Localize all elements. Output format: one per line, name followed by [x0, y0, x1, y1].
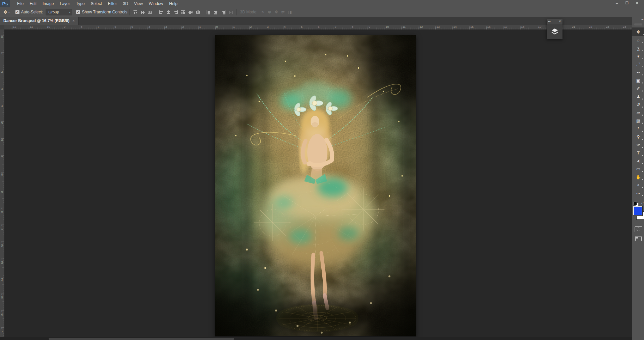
align-vertical-centers-icon[interactable] [140, 10, 146, 14]
ruler-tick [215, 26, 216, 29]
zoom-tool[interactable]: ⌕ [633, 181, 643, 189]
eraser-tool[interactable]: ▱ [633, 109, 643, 117]
menu-type[interactable]: Type [73, 0, 88, 7]
distribute-right-edges-icon[interactable] [221, 10, 226, 14]
eyedropper-tool[interactable]: ✒ [633, 68, 643, 76]
layers-panel-button[interactable] [547, 24, 562, 39]
ruler-tick [63, 26, 63, 29]
canvas-artwork [215, 35, 416, 336]
brush-tool[interactable]: ✐ [633, 84, 643, 92]
canvas-document[interactable] [215, 35, 416, 336]
hand-tool[interactable]: ✋ [633, 173, 643, 181]
align-bottom-edges-icon[interactable] [148, 10, 153, 14]
ruler-label: 2 [182, 25, 184, 28]
align-icons [132, 8, 234, 16]
ruler-tick [351, 26, 351, 29]
align-top-edges-icon[interactable] [133, 10, 138, 14]
quick-mask-button[interactable] [635, 226, 642, 232]
menu-view[interactable]: View [131, 0, 146, 7]
canvas-pasteboard[interactable] [4, 29, 632, 337]
dodge-tool[interactable]: ⚲ [633, 133, 643, 141]
distribute-bottom-edges-icon[interactable] [195, 10, 201, 14]
align-horizontal-centers-icon[interactable] [166, 10, 171, 14]
crop-tool[interactable]: ⌞⌝ [633, 60, 643, 68]
distribute-spacing-icon[interactable] [228, 10, 233, 14]
distribute-horizontal-centers-icon[interactable] [213, 10, 219, 14]
close-button[interactable]: ✕ [632, 0, 642, 6]
pen-tool[interactable]: ✑ [633, 141, 643, 149]
ruler-tick [300, 26, 300, 29]
path-selection-tool[interactable]: ➤ [633, 157, 643, 165]
auto-select-label: Auto-Select: [21, 10, 43, 14]
history-brush-tool[interactable]: ↺ [633, 100, 643, 109]
clone-stamp-tool[interactable]: ♟ [633, 92, 643, 100]
menu-3d[interactable]: 3D [120, 0, 131, 7]
close-icon[interactable]: ✕ [558, 20, 561, 23]
menu-help[interactable]: Help [166, 0, 180, 7]
menubar: Ps FileEditImageLayerTypeSelectFilter3DV… [0, 0, 644, 8]
ruler-label: 1 [233, 25, 235, 28]
auto-select-dropdown[interactable]: Group ▾ [46, 9, 72, 15]
healing-brush-tool[interactable]: ▣ [633, 76, 643, 84]
lasso-tool[interactable]: ʓ [633, 44, 643, 52]
move-tool[interactable]: ✥ [632, 27, 644, 36]
marquee-tool[interactable]: ◌ [633, 36, 643, 44]
3d-scale-icon: ◨ [288, 10, 292, 14]
menu-image[interactable]: Image [40, 0, 57, 7]
menu-layer[interactable]: Layer [57, 0, 73, 7]
3d-rotate-icon: ↻ [261, 10, 265, 14]
ruler-tick [12, 26, 12, 29]
collapse-panel-icon[interactable]: ◂◂ [641, 18, 643, 21]
document-tab[interactable]: Dancer Brun.psd @ 16.7% (RGB/8) × [0, 17, 78, 25]
type-tool[interactable]: T [633, 149, 643, 157]
distribute-left-edges-icon[interactable] [206, 10, 211, 14]
vertical-ruler[interactable]: 01234567891 01 11 21 31 41 51 61 7 [0, 29, 5, 337]
screen-mode-button[interactable] [635, 236, 642, 241]
menu-window[interactable]: Window [146, 0, 166, 7]
ruler-label: 11 [402, 25, 406, 28]
blur-tool[interactable]: ❜ [633, 125, 643, 133]
auto-select-checkbox[interactable]: ✓ [15, 10, 19, 14]
restore-button[interactable]: ❐ [622, 0, 632, 6]
distribute-vertical-centers-icon[interactable] [188, 10, 193, 14]
expand-panel-icon[interactable]: ▸▸ [548, 20, 551, 23]
tool-preset-picker[interactable]: ✥ ▾ [3, 9, 10, 15]
ruler-label: 5 [0, 122, 4, 125]
align-right-edges-icon[interactable] [173, 10, 178, 14]
foreground-color-swatch[interactable] [633, 206, 642, 215]
3d-roll-icon: ⊚ [268, 10, 271, 14]
minimize-button[interactable]: – [612, 0, 622, 6]
menu-edit[interactable]: Edit [26, 0, 40, 7]
ruler-label: 4 [149, 25, 150, 28]
auto-select-value: Group [48, 10, 59, 14]
ruler-origin-corner[interactable] [0, 25, 5, 30]
divider [12, 9, 12, 15]
ruler-label: 5 [131, 25, 133, 28]
horizontal-scrollbar[interactable] [0, 337, 632, 340]
magic-wand-tool[interactable]: ✶ [633, 52, 643, 60]
swap-colors-icon[interactable]: ⇄ [641, 201, 644, 204]
ruler-label: 24 [623, 25, 626, 28]
distribute-top-edges-icon[interactable] [180, 10, 186, 14]
panel-grip[interactable] [634, 23, 642, 25]
menu-filter[interactable]: Filter [105, 0, 120, 7]
ruler-label: 1 2 [0, 243, 4, 248]
shape-tool[interactable]: ▭ [633, 165, 643, 173]
ruler-label: 8 [81, 25, 83, 28]
ruler-label: 2 [250, 25, 252, 28]
menu-file[interactable]: File [14, 0, 26, 7]
show-transform-checkbox[interactable]: ✓ [76, 10, 80, 14]
tab-close-icon[interactable]: × [72, 19, 74, 23]
edit-toolbar[interactable]: ••• [633, 189, 643, 197]
horizontal-ruler[interactable]: 1211109876543210123456789101112131415161… [4, 25, 632, 30]
ruler-tick [97, 26, 97, 29]
align-left-edges-icon[interactable] [158, 10, 164, 14]
ruler-tick [266, 26, 266, 29]
ruler-tick [605, 26, 605, 29]
menu-select[interactable]: Select [88, 0, 105, 7]
gradient-tool[interactable]: ▨ [633, 117, 643, 125]
default-colors-icon[interactable] [634, 202, 637, 205]
scrollbar-thumb[interactable] [49, 338, 234, 340]
ruler-tick [435, 26, 436, 29]
ruler-tick [622, 26, 622, 29]
